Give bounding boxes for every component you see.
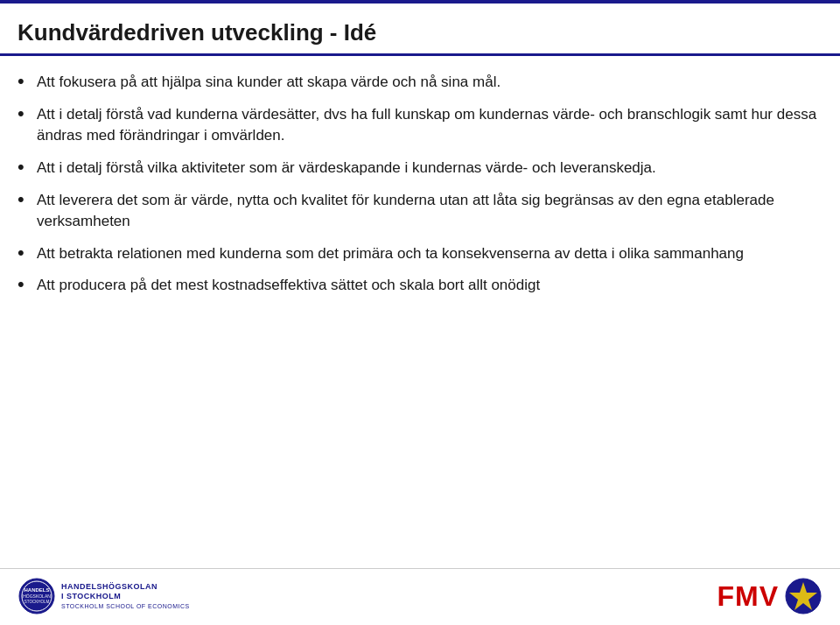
slide-footer: HANDELS HÖGSKOLAN STOCKHOLM HANDELSHÖGSK… [0, 568, 840, 625]
hhs-name-line1: HANDELSHÖGSKOLAN [61, 582, 190, 593]
bullet-dot-3: • [18, 156, 33, 179]
bullet-item-6: • Att producera på det mest kostnadseffe… [18, 275, 822, 297]
bullet-item-4: • Att leverera det som är värde, nytta o… [18, 190, 822, 233]
hhs-name-line3: STOCKHOLM SCHOOL OF ECONOMICS [61, 602, 190, 610]
bullet-text-4: Att leverera det som är värde, nytta och… [37, 190, 822, 233]
bullet-item-3: • Att i detalj förstå vilka aktiviteter … [18, 158, 822, 179]
bullet-dot-1: • [18, 70, 33, 93]
footer-left: HANDELS HÖGSKOLAN STOCKHOLM HANDELSHÖGSK… [18, 577, 190, 615]
bullet-dot-5: • [18, 242, 33, 264]
svg-text:HANDELS: HANDELS [24, 587, 49, 593]
slide: Kundvärdedriven utveckling - Idé • Att f… [0, 0, 840, 625]
hhs-text: HANDELSHÖGSKOLAN I STOCKHOLM STOCKHOLM S… [61, 582, 190, 610]
bullet-text-3: Att i detalj förstå vilka aktiviteter so… [37, 158, 822, 179]
svg-text:HÖGSKOLAN: HÖGSKOLAN [23, 593, 51, 599]
bullet-dot-4: • [18, 188, 33, 211]
bullet-item-1: • Att fokusera på att hjälpa sina kunder… [18, 72, 822, 94]
slide-content: • Att fokusera på att hjälpa sina kunder… [0, 56, 840, 568]
slide-header: Kundvärdedriven utveckling - Idé [0, 4, 840, 56]
bullet-item-5: • Att betrakta relationen med kunderna s… [18, 243, 822, 265]
bullet-text-2: Att i detalj förstå vad kunderna värdesä… [37, 104, 822, 147]
bullet-text-5: Att betrakta relationen med kunderna som… [37, 243, 822, 265]
fmv-text: FMV [717, 580, 779, 613]
hhs-emblem-icon: HANDELS HÖGSKOLAN STOCKHOLM [18, 577, 56, 615]
hhs-logo: HANDELS HÖGSKOLAN STOCKHOLM HANDELSHÖGSK… [18, 577, 190, 615]
fmv-emblem-icon [784, 577, 822, 615]
bullet-item-2: • Att i detalj förstå vad kunderna värde… [18, 104, 822, 147]
fmv-logo: FMV [717, 577, 822, 615]
bullet-text-6: Att producera på det mest kostnadseffekt… [37, 275, 822, 297]
bullet-dot-2: • [18, 102, 33, 125]
svg-text:STOCKHOLM: STOCKHOLM [24, 600, 50, 604]
bullet-dot-6: • [18, 273, 33, 296]
slide-title: Kundvärdedriven utveckling - Idé [18, 19, 822, 46]
hhs-name-line2: I STOCKHOLM [61, 592, 190, 602]
bullet-text-1: Att fokusera på att hjälpa sina kunder a… [37, 72, 822, 94]
